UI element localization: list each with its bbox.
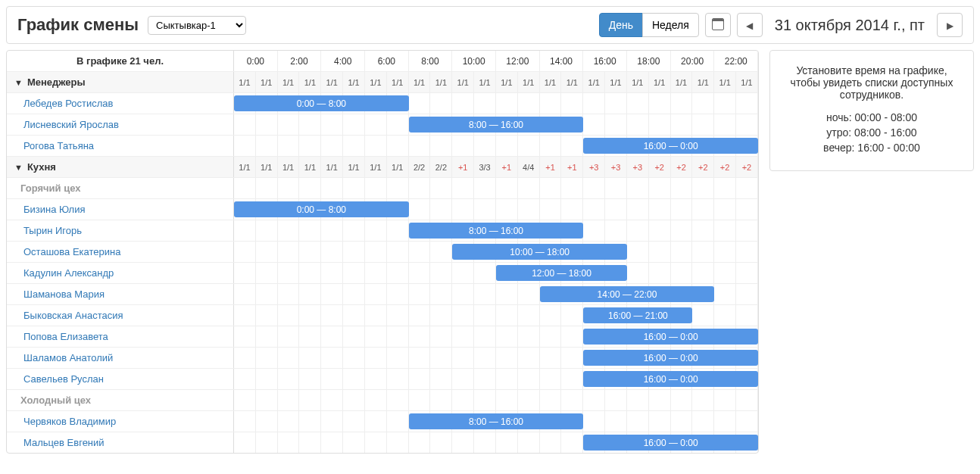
ratio-cell: 1/1 — [234, 72, 256, 92]
sidebar-slot: утро: 08:00 - 16:00 — [781, 126, 963, 139]
ratio-cell: 1/1 — [321, 157, 343, 177]
page-title: График смены — [17, 15, 139, 35]
person-row: Рогова Татьяна16:00 — 0:00 — [7, 136, 758, 157]
toolbar: График смены Сыктывкар-1 День Неделя 31 … — [6, 6, 974, 44]
ratio-cell: +2 — [671, 157, 693, 177]
caret-down-icon: ▼ — [14, 163, 23, 172]
hours-header: 0:002:004:006:008:0010:0012:0014:0016:00… — [234, 51, 758, 71]
person-row: Червяков Владимир8:00 — 16:00 — [7, 411, 758, 432]
shift-bar[interactable]: 16:00 — 21:00 — [583, 307, 692, 323]
sidebar-slot: вечер: 16:00 - 00:00 — [781, 142, 963, 154]
person-link[interactable]: Червяков Владимир — [23, 416, 116, 427]
ratio-cell: +2 — [692, 157, 714, 177]
hour-header-cell: 12:00 — [496, 51, 540, 71]
view-week-button[interactable]: Неделя — [642, 13, 699, 37]
ratio-cell: +1 — [496, 157, 518, 177]
shift-bar[interactable]: 8:00 — 16:00 — [409, 117, 584, 133]
person-link[interactable]: Кадулин Александр — [23, 267, 114, 279]
shift-bar[interactable]: 16:00 — 0:00 — [583, 435, 758, 451]
subgroup-row: Горячий цех — [7, 178, 758, 199]
person-link[interactable]: Лисневский Ярослав — [23, 119, 119, 130]
person-link[interactable]: Мальцев Евгений — [23, 437, 105, 448]
hour-header-cell: 22:00 — [714, 51, 758, 71]
person-row: Осташова Екатерина10:00 — 18:00 — [7, 242, 758, 263]
person-link[interactable]: Шаманова Мария — [23, 288, 105, 300]
person-link[interactable]: Бизина Юлия — [23, 204, 85, 215]
subgroup-label: Холодный цех — [7, 390, 234, 410]
person-row: Быковская Анастасия16:00 — 21:00 — [7, 305, 758, 326]
hour-header-cell: 10:00 — [452, 51, 496, 71]
info-sidebar: Установите время на графике, чтобы увиде… — [769, 50, 974, 171]
calendar-icon — [712, 18, 724, 33]
person-link[interactable]: Осташова Екатерина — [23, 246, 120, 257]
subgroup-row: Холодный цех — [7, 390, 758, 411]
sidebar-hint: Установите время на графике, чтобы увиде… — [781, 64, 963, 101]
ratio-cell: 1/1 — [649, 72, 671, 92]
location-select[interactable]: Сыктывкар-1 — [148, 16, 246, 35]
ratio-cell: +1 — [561, 157, 583, 177]
ratio-cell: 1/1 — [387, 157, 409, 177]
hour-header-cell: 18:00 — [627, 51, 671, 71]
person-link[interactable]: Рогова Татьяна — [23, 140, 94, 151]
chevron-right-icon — [947, 19, 953, 31]
chevron-left-icon — [746, 19, 753, 31]
shift-bar[interactable]: 14:00 — 22:00 — [540, 286, 715, 302]
ratio-cell: 1/1 — [256, 72, 278, 92]
hour-header-cell: 20:00 — [671, 51, 715, 71]
shift-bar[interactable]: 0:00 — 8:00 — [234, 95, 409, 111]
subgroup-label: Горячий цех — [7, 178, 234, 198]
shift-bar[interactable]: 16:00 — 0:00 — [583, 350, 758, 366]
ratio-cell: +2 — [649, 157, 671, 177]
ratio-cell: +3 — [627, 157, 649, 177]
shift-bar[interactable]: 16:00 — 0:00 — [583, 371, 758, 387]
person-row: Тырин Игорь8:00 — 16:00 — [7, 220, 758, 242]
ratio-cell: 1/1 — [627, 72, 649, 92]
calendar-button[interactable] — [705, 13, 731, 37]
ratio-cell: 1/1 — [474, 72, 496, 92]
next-day-button[interactable] — [937, 13, 963, 37]
group-label: Кухня — [27, 161, 56, 173]
person-row: Савельев Руслан16:00 — 0:00 — [7, 369, 758, 390]
ratio-cell: 1/1 — [321, 72, 343, 92]
person-row: Кадулин Александр12:00 — 18:00 — [7, 263, 758, 284]
hour-header-cell: 8:00 — [409, 51, 453, 71]
schedule-header: В графике 21 чел. 0:002:004:006:008:0010… — [7, 51, 758, 72]
ratio-cell: 3/3 — [474, 157, 496, 177]
ratio-cell: 1/1 — [518, 72, 540, 92]
shift-bar[interactable]: 8:00 — 16:00 — [409, 223, 584, 239]
ratio-cell: 1/1 — [561, 72, 583, 92]
ratio-cell: 1/1 — [278, 157, 300, 177]
ratio-cell: 1/1 — [256, 157, 278, 177]
shift-bar[interactable]: 8:00 — 16:00 — [409, 413, 584, 429]
person-link[interactable]: Савельев Руслан — [23, 373, 104, 385]
ratio-cell: 1/1 — [430, 72, 452, 92]
shift-bar[interactable]: 16:00 — 0:00 — [583, 138, 758, 154]
hour-header-cell: 0:00 — [234, 51, 278, 71]
shift-bar[interactable]: 12:00 — 18:00 — [496, 265, 627, 281]
person-link[interactable]: Быковская Анастасия — [23, 310, 123, 321]
ratio-cell: 1/1 — [692, 72, 714, 92]
shift-bar[interactable]: 0:00 — 8:00 — [234, 201, 409, 217]
shift-bar[interactable]: 16:00 — 0:00 — [583, 329, 758, 345]
ratio-cell: 1/1 — [343, 157, 365, 177]
view-day-button[interactable]: День — [599, 13, 643, 37]
person-link[interactable]: Тырин Игорь — [23, 225, 82, 236]
caret-down-icon: ▼ — [14, 78, 23, 87]
schedule-grid: В графике 21 чел. 0:002:004:006:008:0010… — [6, 50, 759, 454]
ratio-cell: +2 — [714, 157, 736, 177]
person-link[interactable]: Лебедев Ростислав — [23, 98, 113, 109]
ratio-cell: 1/1 — [736, 72, 758, 92]
person-link[interactable]: Шаламов Анатолий — [23, 352, 113, 363]
shift-bar[interactable]: 10:00 — 18:00 — [452, 244, 627, 260]
ratio-cell: 1/1 — [452, 72, 474, 92]
ratio-cell: 1/1 — [299, 72, 321, 92]
current-date: 31 октября 2014 г., пт — [769, 17, 931, 34]
person-link[interactable]: Попова Елизавета — [23, 331, 108, 342]
person-row: Шаманова Мария14:00 — 22:00 — [7, 284, 758, 305]
group-row[interactable]: ▼Менеджеры1/11/11/11/11/11/11/11/11/11/1… — [7, 72, 758, 93]
prev-day-button[interactable] — [737, 13, 763, 37]
group-row[interactable]: ▼Кухня1/11/11/11/11/11/11/11/12/22/2+13/… — [7, 157, 758, 178]
ratio-cell: 1/1 — [387, 72, 409, 92]
ratio-cell: 2/2 — [430, 157, 452, 177]
ratio-cell: +1 — [452, 157, 474, 177]
